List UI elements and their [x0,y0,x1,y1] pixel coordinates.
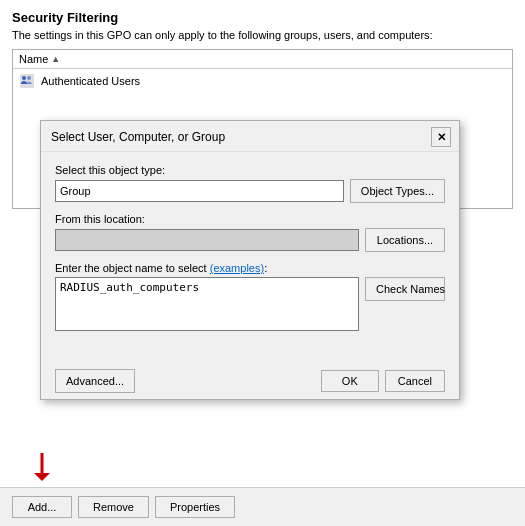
object-name-colon: : [264,262,267,274]
object-type-label: Select this object type: [55,164,445,176]
location-label: From this location: [55,213,445,225]
dialog-body: Select this object type: Object Types...… [41,152,459,363]
dialog-title: Select User, Computer, or Group [51,130,225,144]
cancel-button[interactable]: Cancel [385,370,445,392]
dialog-footer: Advanced... OK Cancel [41,363,459,399]
examples-link[interactable]: (examples) [210,262,264,274]
dialog-titlebar: Select User, Computer, or Group ✕ [41,121,459,152]
locations-button[interactable]: Locations... [365,228,445,252]
object-name-input-row: RADIUS_auth_computers Check Names [55,277,445,341]
check-names-button[interactable]: Check Names [365,277,445,301]
object-types-button[interactable]: Object Types... [350,179,445,203]
object-type-row: Object Types... [55,179,445,203]
ok-cancel-group: OK Cancel [321,370,445,392]
object-name-input[interactable]: RADIUS_auth_computers [55,277,359,331]
location-row: Locations... [55,228,445,252]
advanced-button[interactable]: Advanced... [55,369,135,393]
object-type-input[interactable] [55,180,344,202]
ok-button[interactable]: OK [321,370,379,392]
dialog-close-button[interactable]: ✕ [431,127,451,147]
location-input[interactable] [55,229,359,251]
select-user-dialog: Select User, Computer, or Group ✕ Select… [40,120,460,400]
object-name-label-row: Enter the object name to select (example… [55,262,445,274]
object-name-label-text: Enter the object name to select [55,262,207,274]
dialog-overlay: Select User, Computer, or Group ✕ Select… [0,0,525,526]
